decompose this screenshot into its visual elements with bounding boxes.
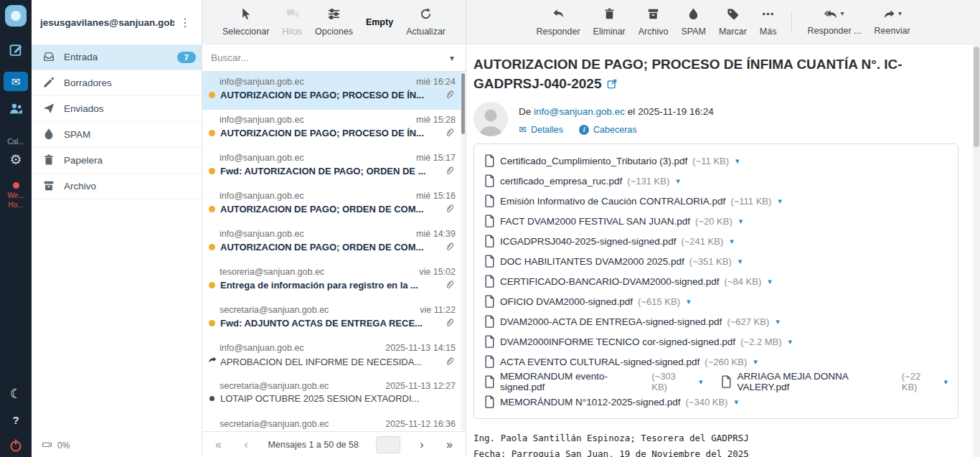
mark-button[interactable]: Marcar: [712, 0, 753, 44]
app-logo[interactable]: [5, 5, 27, 27]
dark-mode-button[interactable]: ☾: [10, 386, 22, 402]
folder-item[interactable]: Papelera: [32, 148, 202, 174]
attachment-menu-chevron-icon[interactable]: ▾: [943, 377, 948, 387]
message-list-item[interactable]: info@sanjuan.gob.ec 2025-11-13 14:15 APR…: [202, 338, 466, 376]
attachment-menu-chevron-icon[interactable]: ▾: [776, 317, 780, 326]
details-button[interactable]: ✉ Detalles: [519, 124, 563, 135]
search-options-chevron-icon[interactable]: ▾: [447, 53, 457, 63]
webhosting-link[interactable]: We... Ho...: [7, 182, 24, 209]
last-page-button[interactable]: »: [443, 438, 456, 451]
attachment-link[interactable]: CERTIFICADO-BANCARIO-DVAM2000-signed.pdf…: [484, 275, 772, 288]
prev-page-button[interactable]: ‹: [242, 438, 251, 451]
contacts-button[interactable]: [9, 101, 24, 119]
message-list-item[interactable]: secretaria@sanjuan.gob.ec 2025-11-12 16:…: [202, 414, 466, 431]
forward-button[interactable]: ▾ Reenviar: [868, 0, 917, 44]
message-status-dot[interactable]: [209, 396, 215, 401]
attachment-menu-chevron-icon[interactable]: ▾: [676, 176, 680, 186]
message-list-item[interactable]: info@sanjuan.gob.ec mié 15:17 Fwd: AUTOR…: [202, 148, 466, 186]
unread-dot[interactable]: [209, 130, 215, 136]
more-button[interactable]: Más: [753, 0, 783, 44]
logout-button[interactable]: [9, 438, 23, 456]
delete-button[interactable]: Eliminar: [587, 0, 632, 44]
mail-nav-button[interactable]: ✉: [4, 72, 28, 91]
unread-dot[interactable]: [209, 206, 215, 212]
next-page-button[interactable]: ›: [417, 438, 426, 451]
attachment-link[interactable]: Certificado_Cumplimiento_Tributario (3).…: [484, 154, 740, 167]
message-list-item[interactable]: secretaria@sanjuan.gob.ec 2025-11-13 12:…: [202, 376, 466, 414]
sender-email-link[interactable]: info@sanjuan.gob.ec: [534, 106, 625, 117]
attachment-link[interactable]: DVAM2000INFORME TECNICO cor-signed-signe…: [484, 335, 792, 348]
folder-item[interactable]: Entrada 7: [32, 44, 202, 70]
attachment-menu-chevron-icon[interactable]: ▾: [735, 156, 740, 166]
message-subject: Fwd: ADJUNTO ACTAS DE ENTREGA RECE...: [220, 318, 440, 329]
message-list: info@sanjuan.gob.ec mié 16:24 AUTORIZACI…: [202, 72, 466, 431]
unread-dot[interactable]: [209, 244, 215, 250]
attachment-menu-chevron-icon[interactable]: ▾: [753, 357, 758, 367]
power-icon: [9, 443, 23, 455]
list-scrollbar-thumb[interactable]: [461, 73, 465, 134]
archive-button[interactable]: Archivo: [632, 0, 675, 44]
list-scrollbar[interactable]: [461, 72, 466, 430]
compose-button[interactable]: [9, 42, 24, 60]
attachment-link[interactable]: DOC HABILITANTES DVAM2000 2025.pdf (~351…: [484, 255, 742, 268]
settings-button[interactable]: ⚙: [9, 151, 22, 168]
message-list-item[interactable]: info@sanjuan.gob.ec mié 14:39 AUTORIZACI…: [202, 224, 466, 262]
attachment-menu-chevron-icon[interactable]: ▾: [768, 277, 772, 286]
attachment-menu-chevron-icon[interactable]: ▾: [788, 337, 793, 347]
folder-item[interactable]: Enviados: [32, 96, 202, 122]
message-list-item[interactable]: secretaria@sanjuan.gob.ec vie 11:22 Fwd:…: [202, 300, 466, 338]
reply-all-chevron-icon[interactable]: ▾: [840, 9, 844, 17]
folder-item[interactable]: Archivo: [32, 174, 202, 199]
attachment-link[interactable]: FACT DVAM2000 FESTIVAL SAN JUAN.pdf (~20…: [484, 215, 743, 227]
attachment-menu-chevron-icon[interactable]: ▾: [730, 237, 734, 246]
view-scrollbar[interactable]: [973, 44, 980, 457]
message-sender: info@sanjuan.gob.ec: [220, 115, 304, 125]
attachment-link[interactable]: ACTA EVENTO CULTURAL-signed-signed.pdf (…: [484, 355, 758, 368]
attachment-link[interactable]: MEMORANDUM evento-signed.pdf (~303 KB) ▾: [484, 371, 702, 392]
account-menu-button[interactable]: ⋮: [174, 14, 196, 31]
attachment-link[interactable]: Emisión Informativo de Caución CONTRALOR…: [484, 194, 782, 207]
archive-icon: [42, 179, 55, 193]
attachment-menu-chevron-icon[interactable]: ▾: [734, 397, 738, 407]
attachment-link[interactable]: OFICIO DVAM2000-signed.pdf (~615 KB) ▾: [484, 295, 691, 308]
attachment-link[interactable]: ARRIAGA MEJIA DONNA VALERY.pdf (~22 KB) …: [721, 371, 948, 392]
message-list-item[interactable]: info@sanjuan.gob.ec mié 15:28 AUTORIZACI…: [202, 110, 466, 148]
unread-dot[interactable]: [209, 320, 215, 326]
attachment-menu-chevron-icon[interactable]: ▾: [699, 377, 703, 387]
attachment-size: (~20 KB): [695, 216, 732, 227]
spam-button[interactable]: SPAM: [674, 0, 712, 44]
attachment-link[interactable]: ICGADPRSJ040-2025-signed-signed.pdf (~24…: [484, 235, 734, 248]
reply-all-button[interactable]: ▾ Responder ...: [801, 0, 867, 44]
page-jump-box[interactable]: [376, 436, 400, 453]
unread-dot[interactable]: [209, 92, 215, 98]
folder-item[interactable]: Borradores: [32, 70, 202, 96]
attachment-link[interactable]: certificado_empresa_ruc.pdf (~131 KB) ▾: [484, 174, 680, 187]
view-scrollbar-thumb[interactable]: [974, 47, 979, 147]
attachment-menu-chevron-icon[interactable]: ▾: [738, 257, 743, 266]
folder-item[interactable]: SPAM: [32, 122, 202, 148]
attachment-row: Certificado_Cumplimiento_Tributario (3).…: [484, 151, 948, 171]
attachment-menu-chevron-icon[interactable]: ▾: [739, 217, 743, 226]
threads-button[interactable]: Hilos: [275, 0, 308, 44]
attachment-link[interactable]: DVAM2000-ACTA DE ENTREGA-signed-signed.p…: [484, 315, 780, 328]
refresh-button[interactable]: Actualizar: [400, 0, 452, 44]
open-in-new-window-icon[interactable]: [606, 75, 618, 87]
headers-button[interactable]: i Cabeceras: [579, 125, 636, 135]
unread-dot[interactable]: [209, 168, 215, 174]
message-list-item[interactable]: info@sanjuan.gob.ec mié 15:16 AUTORIZACI…: [202, 186, 466, 224]
forward-chevron-icon[interactable]: ▾: [898, 9, 902, 17]
empty-folder-button[interactable]: Empty: [359, 0, 400, 44]
message-list-item[interactable]: info@sanjuan.gob.ec mié 16:24 AUTORIZACI…: [202, 72, 466, 110]
unread-dot[interactable]: [209, 282, 215, 288]
calendar-link[interactable]: Cal...: [7, 138, 24, 146]
message-list-item[interactable]: tesoreria@sanjuan.gob.ec vie 15:02 Entre…: [202, 262, 466, 300]
select-button[interactable]: Seleccionar: [216, 0, 275, 44]
reply-button[interactable]: Responder: [529, 0, 586, 44]
help-button[interactable]: ?: [12, 414, 19, 426]
options-button[interactable]: Opciones: [308, 0, 359, 44]
first-page-button[interactable]: «: [212, 438, 225, 451]
search-input[interactable]: [211, 52, 447, 63]
attachment-menu-chevron-icon[interactable]: ▾: [687, 297, 691, 306]
attachment-link[interactable]: MEMORÁNDUM N°1012-2025-signed.pdf (~340 …: [484, 395, 738, 408]
attachment-menu-chevron-icon[interactable]: ▾: [778, 197, 782, 206]
